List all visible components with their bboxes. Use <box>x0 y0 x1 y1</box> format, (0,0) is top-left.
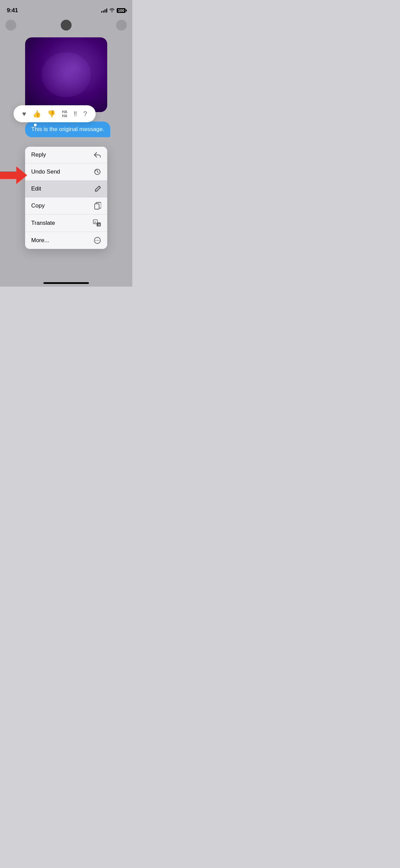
message-bubble: This is the original message. <box>25 122 110 137</box>
context-menu: Reply Undo Send Edit Copy <box>25 147 107 249</box>
menu-item-translate-label: Translate <box>31 220 55 227</box>
svg-point-9 <box>98 240 99 241</box>
menu-item-more[interactable]: More... <box>25 232 107 249</box>
home-indicator <box>43 282 89 284</box>
copy-icon <box>94 202 101 210</box>
status-time: 9:41 <box>7 7 18 14</box>
reaction-bar: ♥ 👍 👎 HAHA ‼ ? <box>14 105 96 122</box>
battery-icon: 100 <box>117 8 126 13</box>
menu-item-more-label: More... <box>31 237 49 244</box>
edit-icon <box>94 185 101 192</box>
svg-rect-1 <box>95 204 99 209</box>
signal-icon <box>101 8 107 13</box>
menu-item-copy[interactable]: Copy <box>25 197 107 215</box>
status-bar: 9:41 100 <box>0 0 132 16</box>
arrow-body <box>0 171 16 179</box>
menu-item-undo-label: Undo Send <box>31 168 60 175</box>
menu-item-translate[interactable]: Translate A 文 <box>25 215 107 232</box>
menu-item-undo-send[interactable]: Undo Send <box>25 163 107 181</box>
menu-item-edit[interactable]: Edit <box>25 181 107 197</box>
menu-item-edit-label: Edit <box>31 185 41 192</box>
svg-text:A: A <box>94 221 96 224</box>
reaction-thumbsup[interactable]: 👍 <box>33 110 41 118</box>
reaction-thumbsdown[interactable]: 👎 <box>47 110 56 118</box>
translate-icon: A 文 <box>93 219 101 227</box>
reaction-exclamation[interactable]: ‼ <box>74 110 77 118</box>
reaction-haha[interactable]: HAHA <box>62 110 68 118</box>
menu-item-reply[interactable]: Reply <box>25 147 107 163</box>
reply-icon <box>94 152 101 158</box>
undo-icon <box>94 168 101 176</box>
menu-item-copy-label: Copy <box>31 202 45 209</box>
menu-item-reply-label: Reply <box>31 151 46 158</box>
pointer-arrow <box>0 166 27 184</box>
svg-point-7 <box>95 240 96 241</box>
reaction-heart[interactable]: ♥ <box>22 110 26 118</box>
status-icons: 100 <box>101 7 126 14</box>
svg-text:文: 文 <box>98 223 100 227</box>
svg-point-8 <box>97 240 98 241</box>
wifi-icon <box>109 7 115 14</box>
message-text: This is the original message. <box>31 126 104 132</box>
more-icon <box>94 237 101 244</box>
arrow-head <box>16 166 27 184</box>
reaction-question[interactable]: ? <box>83 110 87 118</box>
